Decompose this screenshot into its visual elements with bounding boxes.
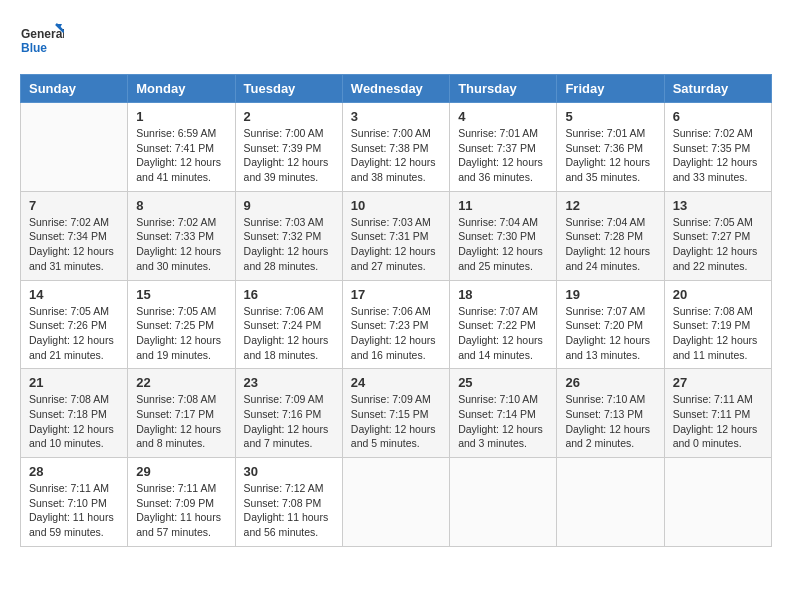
day-info: Sunrise: 7:00 AMSunset: 7:39 PMDaylight:… <box>244 126 334 185</box>
calendar-cell: 8Sunrise: 7:02 AMSunset: 7:33 PMDaylight… <box>128 191 235 280</box>
weekday-header: Sunday <box>21 75 128 103</box>
day-info: Sunrise: 7:10 AMSunset: 7:13 PMDaylight:… <box>565 392 655 451</box>
logo-svg: General Blue <box>20 20 64 64</box>
calendar-cell: 9Sunrise: 7:03 AMSunset: 7:32 PMDaylight… <box>235 191 342 280</box>
day-info: Sunrise: 7:04 AMSunset: 7:28 PMDaylight:… <box>565 215 655 274</box>
calendar-cell: 10Sunrise: 7:03 AMSunset: 7:31 PMDayligh… <box>342 191 449 280</box>
weekday-header: Thursday <box>450 75 557 103</box>
calendar-cell: 2Sunrise: 7:00 AMSunset: 7:39 PMDaylight… <box>235 103 342 192</box>
calendar-cell: 14Sunrise: 7:05 AMSunset: 7:26 PMDayligh… <box>21 280 128 369</box>
calendar-cell: 15Sunrise: 7:05 AMSunset: 7:25 PMDayligh… <box>128 280 235 369</box>
calendar-cell: 18Sunrise: 7:07 AMSunset: 7:22 PMDayligh… <box>450 280 557 369</box>
day-number: 18 <box>458 287 548 302</box>
day-number: 7 <box>29 198 119 213</box>
calendar-cell: 20Sunrise: 7:08 AMSunset: 7:19 PMDayligh… <box>664 280 771 369</box>
calendar-cell: 6Sunrise: 7:02 AMSunset: 7:35 PMDaylight… <box>664 103 771 192</box>
day-info: Sunrise: 7:10 AMSunset: 7:14 PMDaylight:… <box>458 392 548 451</box>
calendar-cell: 27Sunrise: 7:11 AMSunset: 7:11 PMDayligh… <box>664 369 771 458</box>
day-info: Sunrise: 7:02 AMSunset: 7:34 PMDaylight:… <box>29 215 119 274</box>
day-info: Sunrise: 7:11 AMSunset: 7:10 PMDaylight:… <box>29 481 119 540</box>
day-info: Sunrise: 7:01 AMSunset: 7:37 PMDaylight:… <box>458 126 548 185</box>
calendar-cell <box>342 458 449 547</box>
weekday-header: Friday <box>557 75 664 103</box>
day-info: Sunrise: 7:03 AMSunset: 7:32 PMDaylight:… <box>244 215 334 274</box>
calendar-cell: 1Sunrise: 6:59 AMSunset: 7:41 PMDaylight… <box>128 103 235 192</box>
day-number: 30 <box>244 464 334 479</box>
day-info: Sunrise: 7:04 AMSunset: 7:30 PMDaylight:… <box>458 215 548 274</box>
day-number: 27 <box>673 375 763 390</box>
calendar-cell <box>664 458 771 547</box>
calendar-cell: 4Sunrise: 7:01 AMSunset: 7:37 PMDaylight… <box>450 103 557 192</box>
calendar-cell: 16Sunrise: 7:06 AMSunset: 7:24 PMDayligh… <box>235 280 342 369</box>
day-info: Sunrise: 7:01 AMSunset: 7:36 PMDaylight:… <box>565 126 655 185</box>
day-number: 16 <box>244 287 334 302</box>
day-info: Sunrise: 6:59 AMSunset: 7:41 PMDaylight:… <box>136 126 226 185</box>
weekday-header: Monday <box>128 75 235 103</box>
day-info: Sunrise: 7:08 AMSunset: 7:18 PMDaylight:… <box>29 392 119 451</box>
page-header: General Blue <box>20 20 772 64</box>
calendar-cell: 25Sunrise: 7:10 AMSunset: 7:14 PMDayligh… <box>450 369 557 458</box>
day-number: 23 <box>244 375 334 390</box>
calendar-cell: 19Sunrise: 7:07 AMSunset: 7:20 PMDayligh… <box>557 280 664 369</box>
day-number: 25 <box>458 375 548 390</box>
calendar-cell: 30Sunrise: 7:12 AMSunset: 7:08 PMDayligh… <box>235 458 342 547</box>
day-info: Sunrise: 7:03 AMSunset: 7:31 PMDaylight:… <box>351 215 441 274</box>
calendar-cell <box>557 458 664 547</box>
day-number: 10 <box>351 198 441 213</box>
calendar-cell: 5Sunrise: 7:01 AMSunset: 7:36 PMDaylight… <box>557 103 664 192</box>
day-info: Sunrise: 7:07 AMSunset: 7:22 PMDaylight:… <box>458 304 548 363</box>
day-info: Sunrise: 7:06 AMSunset: 7:24 PMDaylight:… <box>244 304 334 363</box>
day-info: Sunrise: 7:08 AMSunset: 7:19 PMDaylight:… <box>673 304 763 363</box>
calendar-cell: 11Sunrise: 7:04 AMSunset: 7:30 PMDayligh… <box>450 191 557 280</box>
day-number: 21 <box>29 375 119 390</box>
day-number: 9 <box>244 198 334 213</box>
day-info: Sunrise: 7:05 AMSunset: 7:27 PMDaylight:… <box>673 215 763 274</box>
day-number: 22 <box>136 375 226 390</box>
calendar-cell: 23Sunrise: 7:09 AMSunset: 7:16 PMDayligh… <box>235 369 342 458</box>
day-info: Sunrise: 7:09 AMSunset: 7:15 PMDaylight:… <box>351 392 441 451</box>
day-info: Sunrise: 7:12 AMSunset: 7:08 PMDaylight:… <box>244 481 334 540</box>
logo: General Blue <box>20 20 64 64</box>
day-number: 26 <box>565 375 655 390</box>
day-number: 12 <box>565 198 655 213</box>
day-number: 19 <box>565 287 655 302</box>
day-number: 28 <box>29 464 119 479</box>
day-info: Sunrise: 7:07 AMSunset: 7:20 PMDaylight:… <box>565 304 655 363</box>
calendar-cell: 12Sunrise: 7:04 AMSunset: 7:28 PMDayligh… <box>557 191 664 280</box>
day-number: 17 <box>351 287 441 302</box>
day-number: 14 <box>29 287 119 302</box>
calendar-cell: 22Sunrise: 7:08 AMSunset: 7:17 PMDayligh… <box>128 369 235 458</box>
calendar-cell: 29Sunrise: 7:11 AMSunset: 7:09 PMDayligh… <box>128 458 235 547</box>
calendar-cell: 17Sunrise: 7:06 AMSunset: 7:23 PMDayligh… <box>342 280 449 369</box>
svg-text:Blue: Blue <box>21 41 47 55</box>
day-number: 2 <box>244 109 334 124</box>
day-info: Sunrise: 7:05 AMSunset: 7:26 PMDaylight:… <box>29 304 119 363</box>
calendar-cell: 24Sunrise: 7:09 AMSunset: 7:15 PMDayligh… <box>342 369 449 458</box>
day-number: 11 <box>458 198 548 213</box>
day-number: 20 <box>673 287 763 302</box>
day-info: Sunrise: 7:09 AMSunset: 7:16 PMDaylight:… <box>244 392 334 451</box>
day-info: Sunrise: 7:06 AMSunset: 7:23 PMDaylight:… <box>351 304 441 363</box>
day-info: Sunrise: 7:00 AMSunset: 7:38 PMDaylight:… <box>351 126 441 185</box>
calendar-cell: 13Sunrise: 7:05 AMSunset: 7:27 PMDayligh… <box>664 191 771 280</box>
svg-text:General: General <box>21 27 64 41</box>
day-number: 15 <box>136 287 226 302</box>
day-info: Sunrise: 7:02 AMSunset: 7:35 PMDaylight:… <box>673 126 763 185</box>
day-number: 3 <box>351 109 441 124</box>
day-info: Sunrise: 7:02 AMSunset: 7:33 PMDaylight:… <box>136 215 226 274</box>
calendar-cell: 3Sunrise: 7:00 AMSunset: 7:38 PMDaylight… <box>342 103 449 192</box>
day-info: Sunrise: 7:05 AMSunset: 7:25 PMDaylight:… <box>136 304 226 363</box>
day-number: 29 <box>136 464 226 479</box>
calendar-cell: 28Sunrise: 7:11 AMSunset: 7:10 PMDayligh… <box>21 458 128 547</box>
day-number: 1 <box>136 109 226 124</box>
day-number: 6 <box>673 109 763 124</box>
day-info: Sunrise: 7:08 AMSunset: 7:17 PMDaylight:… <box>136 392 226 451</box>
day-info: Sunrise: 7:11 AMSunset: 7:09 PMDaylight:… <box>136 481 226 540</box>
day-info: Sunrise: 7:11 AMSunset: 7:11 PMDaylight:… <box>673 392 763 451</box>
calendar-body: 1Sunrise: 6:59 AMSunset: 7:41 PMDaylight… <box>21 103 772 547</box>
calendar-table: SundayMondayTuesdayWednesdayThursdayFrid… <box>20 74 772 547</box>
day-number: 24 <box>351 375 441 390</box>
day-number: 13 <box>673 198 763 213</box>
calendar-cell: 26Sunrise: 7:10 AMSunset: 7:13 PMDayligh… <box>557 369 664 458</box>
weekday-header: Wednesday <box>342 75 449 103</box>
